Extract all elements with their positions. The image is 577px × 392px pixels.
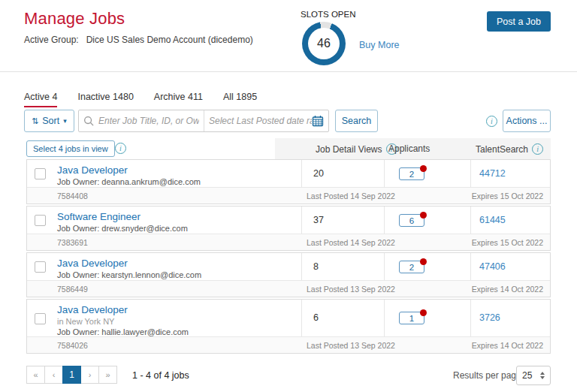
table-row: Software Engineer Job Owner: drew.snyder… bbox=[26, 206, 551, 251]
slots-open-label: SLOTS OPEN bbox=[301, 10, 356, 19]
results-per-page-label: Results per page bbox=[453, 370, 521, 381]
column-divider bbox=[301, 300, 302, 337]
applicants-badge[interactable]: 2 bbox=[399, 261, 424, 273]
date-range-field[interactable] bbox=[204, 110, 328, 131]
job-owner: Job Owner: kearstyn.lennon@dice.com bbox=[57, 270, 201, 279]
row-checkbox[interactable] bbox=[35, 168, 46, 179]
job-info: Software Engineer Job Owner: drew.snyder… bbox=[57, 211, 188, 233]
talentsearch-link[interactable]: 47406 bbox=[479, 261, 506, 272]
applicants-badge[interactable]: 2 bbox=[399, 167, 424, 180]
job-title-link[interactable]: Java Developer bbox=[57, 164, 201, 176]
active-group-label: Active Group: bbox=[24, 35, 79, 45]
job-id: 7584026 bbox=[57, 341, 88, 350]
results-per-page-select[interactable]: 25 bbox=[516, 366, 551, 385]
job-search-field[interactable] bbox=[79, 110, 204, 131]
column-divider bbox=[384, 300, 385, 337]
job-detail-views-value: 37 bbox=[313, 215, 324, 225]
tab-inactive[interactable]: Inactive 1480 bbox=[77, 92, 133, 107]
header-divider bbox=[0, 71, 577, 72]
job-detail-views-value: 6 bbox=[313, 312, 319, 323]
tab-all[interactable]: All 1895 bbox=[223, 92, 257, 107]
post-a-job-button[interactable]: Post a Job bbox=[487, 11, 551, 32]
active-group-value: Dice US Sales Demo Account (dicedemo) bbox=[86, 35, 253, 45]
talentsearch-info-icon[interactable]: i bbox=[532, 143, 543, 155]
sort-button-label: Sort bbox=[42, 116, 59, 126]
page-1-button[interactable]: 1 bbox=[62, 366, 81, 384]
status-tabs: Active 4 Inactive 1480 Archive 411 All 1… bbox=[24, 92, 257, 107]
actions-info-icon[interactable]: i bbox=[486, 116, 497, 127]
column-divider bbox=[470, 207, 471, 234]
new-applicants-dot bbox=[420, 165, 427, 172]
row-footer: 7584408 Last Posted 14 Sep 2022 Expires … bbox=[27, 187, 550, 204]
row-footer: 7586449 Last Posted 13 Sep 2022 Expires … bbox=[27, 280, 550, 297]
job-info: Java Developer Job Owner: deanna.ankrum@… bbox=[57, 164, 201, 186]
applicants-count: 6 bbox=[409, 216, 414, 225]
actions-button[interactable]: Actions ... bbox=[503, 110, 551, 132]
job-title-link[interactable]: Software Engineer bbox=[57, 211, 188, 222]
search-button[interactable]: Search bbox=[335, 110, 378, 132]
last-posted-date: Last Posted 14 Sep 2022 bbox=[307, 238, 395, 247]
talentsearch-link[interactable]: 61445 bbox=[479, 215, 506, 225]
column-divider bbox=[470, 300, 471, 337]
page-title: Manage Jobs bbox=[24, 9, 125, 29]
search-input[interactable] bbox=[98, 116, 199, 126]
column-divider bbox=[470, 253, 471, 281]
tab-active[interactable]: Active 4 bbox=[24, 92, 57, 107]
job-title-link[interactable]: Java Developer bbox=[57, 304, 189, 315]
slots-count: 46 bbox=[317, 37, 331, 50]
column-header-talentsearch: TalentSearch i bbox=[476, 143, 543, 155]
search-icon bbox=[83, 116, 95, 127]
results-per-page-value: 25 bbox=[522, 370, 532, 381]
results-summary: 1 - 4 of 4 jobs bbox=[132, 370, 189, 381]
job-id: 7383691 bbox=[57, 238, 88, 247]
column-divider bbox=[301, 253, 302, 281]
buy-more-link[interactable]: Buy More bbox=[359, 40, 400, 50]
applicants-count: 1 bbox=[409, 314, 414, 323]
calendar-icon[interactable] bbox=[312, 115, 324, 127]
select-jobs-info-icon[interactable]: i bbox=[115, 143, 126, 154]
next-page-button[interactable]: › bbox=[80, 366, 99, 384]
first-page-button[interactable]: « bbox=[26, 366, 45, 384]
last-posted-date: Last Posted 13 Sep 2022 bbox=[307, 341, 395, 350]
job-id: 7584408 bbox=[57, 191, 88, 201]
slots-donut-chart: 46 bbox=[302, 22, 346, 65]
row-footer: 7383691 Last Posted 14 Sep 2022 Expires … bbox=[27, 234, 550, 250]
last-page-button[interactable]: » bbox=[98, 366, 117, 384]
expires-date: Expires 14 Oct 2022 bbox=[472, 285, 543, 294]
chevron-down-icon: ▾ bbox=[63, 117, 67, 125]
applicants-badge[interactable]: 1 bbox=[399, 312, 424, 324]
job-location: in New York NY bbox=[57, 317, 189, 326]
column-divider bbox=[301, 160, 302, 188]
sort-arrows-icon: ⇅ bbox=[32, 116, 38, 126]
row-checkbox[interactable] bbox=[35, 215, 46, 226]
table-row: Java Developer Job Owner: kearstyn.lenno… bbox=[26, 252, 551, 297]
job-title-link[interactable]: Java Developer bbox=[57, 258, 201, 269]
last-posted-date: Last Posted 13 Sep 2022 bbox=[307, 285, 395, 294]
job-info: Java Developer in New York NY Job Owner:… bbox=[57, 304, 189, 336]
active-group: Active Group:Dice US Sales Demo Account … bbox=[24, 35, 253, 45]
prev-page-button[interactable]: ‹ bbox=[44, 366, 63, 384]
row-checkbox[interactable] bbox=[35, 313, 46, 324]
table-row: Java Developer Job Owner: deanna.ankrum@… bbox=[26, 159, 551, 204]
talentsearch-link[interactable]: 44712 bbox=[479, 168, 506, 179]
job-owner: Job Owner: deanna.ankrum@dice.com bbox=[57, 177, 201, 186]
select-updown-icon bbox=[540, 372, 545, 379]
job-detail-views-value: 20 bbox=[313, 168, 324, 179]
job-info: Java Developer Job Owner: kearstyn.lenno… bbox=[57, 258, 201, 279]
expires-date: Expires 15 Oct 2022 bbox=[472, 238, 543, 247]
applicants-count: 2 bbox=[409, 170, 414, 179]
col-talent-label: TalentSearch bbox=[476, 144, 528, 155]
col-views-label: Job Detail Views bbox=[316, 144, 382, 155]
tab-archive[interactable]: Archive 411 bbox=[154, 92, 203, 107]
sort-button[interactable]: ⇅ Sort ▾ bbox=[24, 110, 74, 132]
job-id: 7586449 bbox=[57, 285, 88, 294]
job-owner: Job Owner: drew.snyder@dice.com bbox=[57, 224, 188, 233]
row-checkbox[interactable] bbox=[35, 261, 46, 273]
date-range-input[interactable] bbox=[209, 116, 312, 126]
talentsearch-link[interactable]: 3726 bbox=[479, 312, 500, 323]
job-owner: Job Owner: hallie.lawyer@dice.com bbox=[57, 327, 189, 336]
applicants-badge[interactable]: 6 bbox=[399, 214, 424, 227]
last-posted-date: Last Posted 14 Sep 2022 bbox=[307, 191, 395, 201]
select-jobs-button[interactable]: Select 4 jobs in view bbox=[26, 140, 115, 157]
column-divider bbox=[384, 207, 385, 234]
